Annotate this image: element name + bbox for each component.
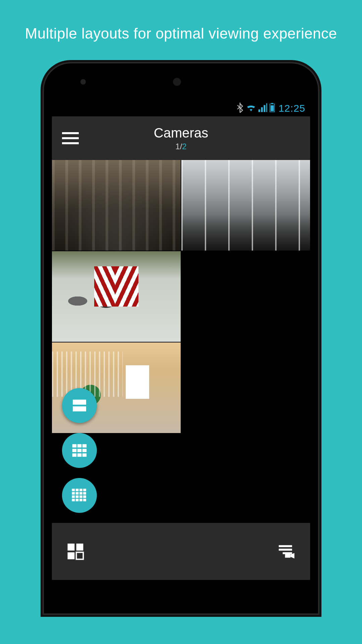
recordings-icon — [277, 543, 296, 559]
svg-rect-35 — [279, 549, 292, 551]
svg-rect-10 — [82, 449, 87, 452]
svg-rect-11 — [72, 453, 77, 457]
svg-rect-16 — [79, 489, 82, 491]
layout-2-button[interactable] — [62, 388, 97, 423]
menu-button[interactable] — [62, 130, 79, 147]
svg-rect-2 — [270, 105, 274, 111]
svg-rect-37 — [285, 554, 290, 558]
promo-headline: Multiple layouts for optimal viewing exp… — [25, 23, 337, 43]
grid-icon — [67, 543, 84, 560]
svg-rect-28 — [79, 499, 82, 501]
svg-rect-30 — [68, 544, 75, 551]
layout-12-icon — [71, 487, 88, 504]
svg-rect-1 — [271, 103, 273, 104]
svg-rect-17 — [83, 489, 86, 491]
camera-feed-empty[interactable] — [181, 251, 310, 342]
camera-area — [52, 160, 310, 523]
wifi-icon — [246, 103, 256, 113]
screen: 12:25 Cameras 1/2 — [52, 100, 310, 580]
phone-frame: 12:25 Cameras 1/2 — [44, 63, 318, 613]
svg-rect-13 — [82, 453, 87, 457]
svg-rect-18 — [72, 492, 75, 495]
svg-rect-26 — [72, 499, 75, 501]
svg-rect-12 — [77, 453, 82, 457]
layout-selector — [62, 388, 97, 513]
page-indicator: 1/2 — [52, 142, 310, 151]
bluetooth-icon — [236, 103, 244, 114]
svg-rect-7 — [82, 444, 87, 448]
svg-rect-14 — [72, 489, 75, 491]
android-status-bar: 12:25 — [52, 100, 310, 116]
grid-view-button[interactable] — [65, 541, 85, 561]
svg-rect-34 — [279, 545, 292, 547]
svg-rect-33 — [76, 552, 83, 559]
svg-rect-21 — [83, 492, 86, 495]
svg-rect-25 — [83, 495, 86, 498]
svg-rect-31 — [76, 544, 83, 551]
sensor-dot — [80, 79, 86, 85]
layout-12-button[interactable] — [62, 478, 97, 513]
svg-rect-6 — [77, 444, 82, 448]
svg-rect-32 — [68, 552, 75, 559]
earpiece — [173, 78, 181, 86]
svg-rect-5 — [72, 444, 77, 448]
camera-feed-empty[interactable] — [181, 342, 310, 433]
page-current: 1 — [175, 142, 180, 151]
svg-rect-3 — [73, 400, 86, 405]
svg-rect-4 — [73, 407, 86, 412]
battery-icon — [269, 103, 275, 114]
layout-6-icon — [71, 442, 88, 459]
camera-feed-garage[interactable] — [52, 251, 181, 342]
page-separator: / — [180, 142, 182, 151]
camera-feed-lobby[interactable] — [52, 160, 181, 251]
status-time: 12:25 — [279, 103, 305, 114]
svg-rect-8 — [72, 449, 77, 452]
svg-rect-15 — [76, 489, 79, 491]
recordings-button[interactable] — [277, 541, 297, 561]
signal-icon — [258, 103, 267, 113]
svg-rect-29 — [83, 499, 86, 501]
svg-rect-27 — [76, 499, 79, 501]
bottom-bar — [52, 523, 310, 580]
svg-rect-19 — [76, 492, 79, 495]
svg-rect-24 — [79, 495, 82, 498]
svg-rect-20 — [79, 492, 82, 495]
app-header: Cameras 1/2 — [52, 116, 310, 160]
status-icons — [236, 103, 275, 114]
camera-feed-office[interactable] — [181, 160, 310, 251]
layout-2-icon — [71, 397, 88, 414]
page-total: 2 — [182, 142, 186, 151]
svg-rect-9 — [77, 449, 82, 452]
page-title: Cameras — [52, 125, 310, 141]
svg-rect-22 — [72, 495, 75, 498]
layout-6-button[interactable] — [62, 433, 97, 468]
hamburger-icon — [62, 132, 79, 134]
phone-bezel-top — [44, 63, 318, 100]
svg-rect-23 — [76, 495, 79, 498]
